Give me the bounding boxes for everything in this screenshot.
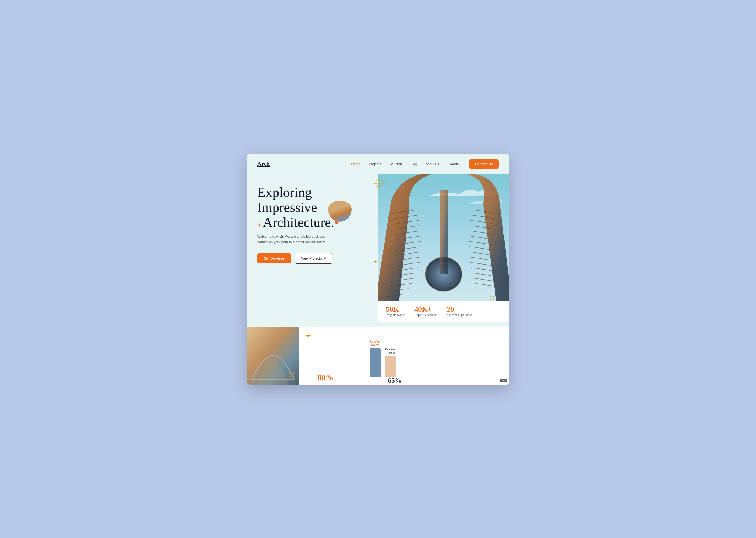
pct-80: 80% bbox=[318, 373, 333, 382]
hero-subtitle: Welcome to Arch. We are a reliable busin… bbox=[257, 234, 331, 245]
bottom-arch-image bbox=[247, 327, 299, 385]
page-wrapper: Arch Home Projects Solution Blog About u… bbox=[247, 154, 509, 385]
nav-solution[interactable]: Solution bbox=[390, 162, 402, 166]
svg-line-31 bbox=[490, 296, 491, 297]
nav-blog[interactable]: Blog bbox=[410, 162, 417, 166]
bar-satisfied-fill bbox=[370, 348, 381, 377]
stat-experience: 20+ Years of Experience bbox=[447, 305, 473, 317]
svg-line-51 bbox=[293, 376, 295, 377]
stat-projects: 50K+ Projects Done bbox=[386, 305, 404, 317]
stat-experience-label: Years of Experience bbox=[447, 313, 473, 317]
main-architecture-image bbox=[378, 175, 509, 300]
spark-icon: ✦ bbox=[257, 222, 262, 228]
projects-button[interactable]: View Projects ↗ bbox=[295, 253, 332, 264]
bar-satisfied: SatisfiedClients bbox=[370, 340, 381, 377]
svg-line-7 bbox=[376, 185, 378, 187]
gold-star-icon bbox=[305, 332, 312, 341]
bottom-row: 80% SatisfiedClients ReapetedClients 65% bbox=[247, 327, 509, 385]
bar-repeated-fill bbox=[385, 356, 396, 377]
svg-line-52 bbox=[293, 372, 295, 374]
stat-projects-num: 50K+ bbox=[386, 305, 404, 313]
pct-65: 65% bbox=[388, 377, 402, 385]
stats-row: 50K+ Projects Done 40K+ Happy Customer 2… bbox=[378, 300, 509, 322]
stat-experience-num: 20+ bbox=[447, 305, 473, 313]
nav-home[interactable]: Home bbox=[351, 162, 360, 166]
chart-stats-area: 80% SatisfiedClients ReapetedClients 65% bbox=[299, 327, 404, 385]
services-button[interactable]: Our Services bbox=[257, 253, 291, 263]
svg-line-34 bbox=[490, 299, 491, 300]
svg-point-8 bbox=[379, 183, 380, 185]
main-content: Exploring Impressive ✦Architecture.• Wel… bbox=[247, 175, 509, 327]
spark-decoration-right: ✦ bbox=[373, 258, 377, 265]
svg-point-54 bbox=[291, 374, 293, 375]
stat-projects-label: Projects Done bbox=[386, 313, 404, 317]
satisfied-label: SatisfiedClients bbox=[370, 340, 380, 347]
spark-bottom-arch bbox=[287, 370, 297, 381]
svg-line-4 bbox=[376, 180, 378, 182]
brand-logo[interactable]: Arch bbox=[257, 161, 269, 167]
right-panel: 50K+ Projects Done 40K+ Happy Customer 2… bbox=[378, 175, 509, 327]
navbar: Arch Home Projects Solution Blog About u… bbox=[247, 154, 509, 175]
stat-customers-label: Happy Customer bbox=[414, 313, 436, 317]
contact-button[interactable]: Contact Us bbox=[469, 159, 499, 169]
svg-line-33 bbox=[493, 296, 495, 297]
button-row: Our Services View Projects ↗ bbox=[257, 253, 367, 264]
bar-chart: 80% SatisfiedClients ReapetedClients 65% bbox=[310, 340, 402, 382]
nav-awards[interactable]: Awards bbox=[447, 162, 458, 166]
stat-customers: 40K+ Happy Customer bbox=[414, 305, 436, 317]
svg-line-50 bbox=[289, 372, 291, 374]
svg-point-35 bbox=[492, 297, 493, 298]
watermark: ui.cn bbox=[499, 379, 507, 383]
left-panel: Exploring Impressive ✦Architecture.• Wel… bbox=[247, 175, 378, 327]
nav-about[interactable]: About us bbox=[426, 162, 439, 166]
spacer-right bbox=[404, 327, 509, 385]
stat-customers-num: 40K+ bbox=[414, 305, 436, 313]
svg-line-5 bbox=[381, 185, 383, 187]
spark-bottom-decoration bbox=[488, 294, 496, 303]
repeated-label: ReapetedClients bbox=[385, 348, 397, 355]
bar-repeated: ReapetedClients bbox=[385, 348, 397, 377]
svg-line-6 bbox=[381, 180, 383, 182]
arrow-icon: ↗ bbox=[323, 256, 326, 260]
svg-line-53 bbox=[289, 376, 291, 377]
svg-line-32 bbox=[493, 299, 495, 300]
nav-projects[interactable]: Projects bbox=[369, 162, 381, 166]
nav-links: Home Projects Solution Blog About us Awa… bbox=[351, 162, 458, 166]
sunburst-top bbox=[373, 177, 386, 192]
